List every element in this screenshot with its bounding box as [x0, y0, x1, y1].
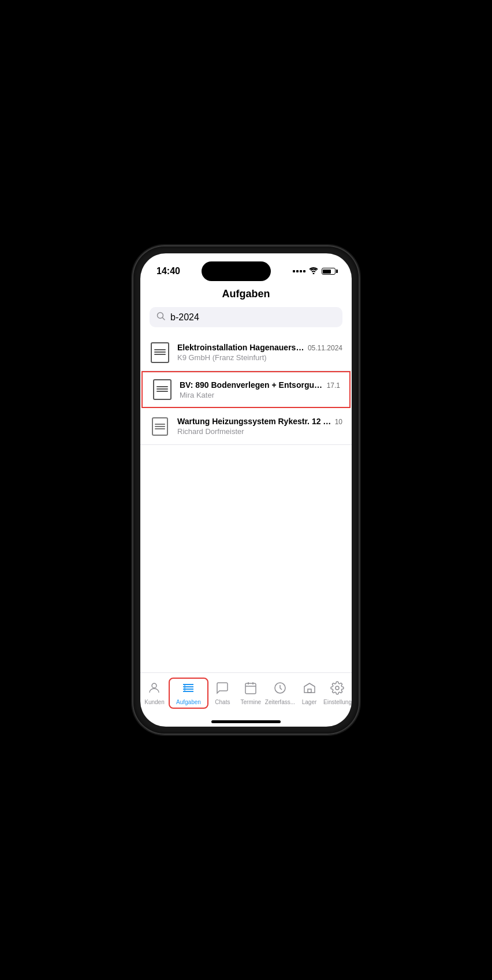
result-subtitle-2: Mira Kater	[180, 391, 340, 399]
svg-point-2	[152, 683, 156, 688]
result-title-1: Elektroinstallation Hagenauers (B-2024-1…	[177, 343, 305, 352]
list-icon	[181, 681, 195, 697]
search-input[interactable]: b-2024	[170, 312, 336, 323]
svg-line-1	[163, 318, 165, 320]
nav-item-lager[interactable]: Lager	[295, 681, 323, 705]
svg-rect-8	[245, 683, 256, 694]
result-date-2: 17.1	[327, 381, 340, 390]
nav-item-aufgaben[interactable]: Aufgaben	[169, 678, 208, 709]
results-list: Elektroinstallation Hagenauers (B-2024-1…	[140, 334, 352, 503]
nav-label-lager: Lager	[302, 699, 317, 705]
nav-label-kunden: Kunden	[144, 699, 164, 705]
home-indicator	[211, 720, 281, 723]
nav-label-aufgaben: Aufgaben	[176, 699, 201, 705]
result-date-3: 10	[335, 418, 342, 426]
calendar-icon	[244, 681, 258, 697]
status-time: 14:40	[156, 266, 180, 276]
result-content-1: Elektroinstallation Hagenauers (B-2024-1…	[177, 343, 342, 362]
doc-icon-2	[152, 379, 173, 400]
result-title-3: Wartung Heizungssystem Rykestr. 12 (AB-2…	[177, 417, 333, 426]
chat-icon	[215, 681, 229, 697]
battery-icon	[322, 268, 336, 275]
nav-label-chats: Chats	[215, 699, 230, 705]
bottom-nav: Kunden Aufgaben	[140, 672, 352, 720]
dynamic-island	[202, 261, 271, 281]
nav-item-einstellung[interactable]: Einstellung	[323, 681, 352, 705]
result-item-3[interactable]: Wartung Heizungssystem Rykestr. 12 (AB-2…	[140, 408, 352, 445]
search-bar[interactable]: b-2024	[150, 307, 342, 327]
page-title: Aufgaben	[140, 286, 352, 307]
wifi-icon	[309, 267, 318, 276]
result-item-2[interactable]: BV: 890 Bodenverlegen + Entsorgung (B-20…	[141, 371, 351, 408]
nav-item-chats[interactable]: Chats	[208, 681, 237, 705]
nav-item-kunden[interactable]: Kunden	[140, 681, 169, 705]
svg-point-14	[336, 686, 339, 690]
result-title-2: BV: 890 Bodenverlegen + Entsorgung (B-20…	[180, 380, 325, 390]
nav-item-termine[interactable]: Termine	[237, 681, 265, 705]
result-subtitle-3: Richard Dorfmeister	[177, 427, 342, 436]
svg-rect-13	[308, 689, 311, 693]
nav-label-einstellung: Einstellung	[323, 699, 352, 705]
nav-label-termine: Termine	[241, 699, 262, 705]
result-content-3: Wartung Heizungssystem Rykestr. 12 (AB-2…	[177, 417, 342, 436]
settings-icon	[330, 681, 344, 697]
person-icon	[147, 681, 161, 697]
result-content-2: BV: 890 Bodenverlegen + Entsorgung (B-20…	[180, 380, 340, 399]
doc-icon-3	[150, 416, 170, 437]
signal-icon	[293, 270, 305, 272]
nav-item-zeiterfass[interactable]: Zeiterfass...	[265, 681, 295, 705]
nav-label-zeiterfass: Zeiterfass...	[265, 699, 295, 705]
doc-icon-1	[150, 342, 170, 363]
result-subtitle-1: K9 GmbH (Franz Steinfurt)	[177, 353, 342, 362]
search-icon	[156, 312, 166, 323]
warehouse-icon	[303, 681, 316, 697]
result-date-1: 05.11.2024	[308, 344, 342, 352]
clock-icon	[273, 681, 287, 697]
status-bar: 14:40	[140, 253, 352, 286]
status-icons	[293, 267, 336, 276]
result-item-1[interactable]: Elektroinstallation Hagenauers (B-2024-1…	[140, 334, 352, 371]
